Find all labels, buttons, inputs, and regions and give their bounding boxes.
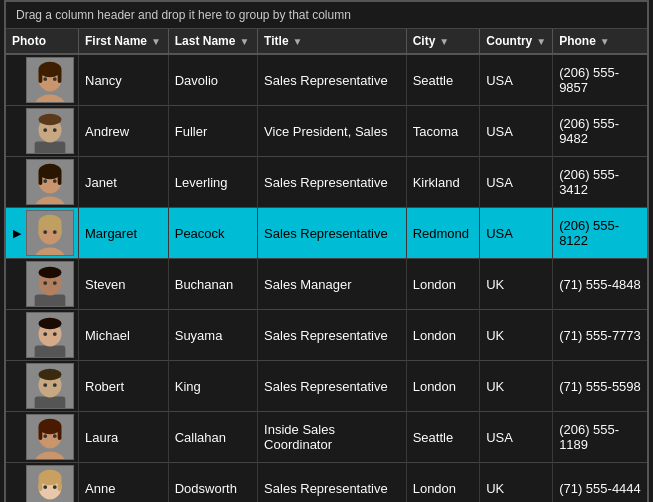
lastname-cell: Dodsworth xyxy=(168,463,257,503)
title-filter-icon[interactable]: ▼ xyxy=(293,36,303,47)
city-cell: London xyxy=(406,361,480,412)
phone-filter-icon[interactable]: ▼ xyxy=(600,36,610,47)
svg-rect-64 xyxy=(39,477,43,490)
table-row[interactable]: Michael Suyama Sales Representative Lond… xyxy=(6,310,647,361)
svg-point-67 xyxy=(53,485,57,489)
col-header-photo[interactable]: Photo xyxy=(6,29,79,54)
city-cell: Seattle xyxy=(406,54,480,106)
title-cell: Inside Sales Coordinator xyxy=(258,412,407,463)
avatar xyxy=(26,465,74,502)
photo-cell xyxy=(6,310,79,361)
lastname-cell: King xyxy=(168,361,257,412)
col-header-title[interactable]: Title ▼ xyxy=(258,29,407,54)
phone-cell: (206) 555-9482 xyxy=(553,106,647,157)
svg-rect-20 xyxy=(58,171,62,184)
avatar xyxy=(26,57,74,103)
firstname-cell: Robert xyxy=(79,361,169,412)
firstname-cell: Margaret xyxy=(79,208,169,259)
svg-point-31 xyxy=(53,230,57,234)
country-cell: UK xyxy=(480,259,553,310)
phone-cell: (71) 555-5598 xyxy=(553,361,647,412)
svg-rect-65 xyxy=(58,477,62,490)
city-cell: London xyxy=(406,259,480,310)
lastname-filter-icon[interactable]: ▼ xyxy=(239,36,249,47)
col-header-lastname[interactable]: Last Name ▼ xyxy=(168,29,257,54)
photo-cell xyxy=(6,54,79,106)
svg-rect-55 xyxy=(39,426,43,439)
title-cell: Sales Representative xyxy=(258,310,407,361)
photo-cell xyxy=(6,361,79,412)
col-header-phone[interactable]: Phone ▼ xyxy=(553,29,647,54)
avatar xyxy=(26,261,74,307)
col-header-photo-label: Photo xyxy=(12,34,46,48)
lastname-cell: Buchanan xyxy=(168,259,257,310)
avatar xyxy=(26,363,74,409)
phone-cell: (71) 555-4444 xyxy=(553,463,647,503)
svg-point-36 xyxy=(39,267,62,279)
city-cell: Seattle xyxy=(406,412,480,463)
svg-rect-4 xyxy=(39,69,43,82)
country-cell: UK xyxy=(480,361,553,412)
lastname-cell: Peacock xyxy=(168,208,257,259)
firstname-cell: Michael xyxy=(79,310,169,361)
phone-cell: (71) 555-7773 xyxy=(553,310,647,361)
table-row[interactable]: Robert King Sales Representative London … xyxy=(6,361,647,412)
city-filter-icon[interactable]: ▼ xyxy=(439,36,449,47)
col-header-city[interactable]: City ▼ xyxy=(406,29,480,54)
phone-cell: (71) 555-4848 xyxy=(553,259,647,310)
table-row[interactable]: Andrew Fuller Vice President, Sales Taco… xyxy=(6,106,647,157)
svg-rect-34 xyxy=(35,295,66,307)
avatar xyxy=(26,414,74,460)
table-row[interactable]: Laura Callahan Inside Sales Coordinator … xyxy=(6,412,647,463)
lastname-cell: Leverling xyxy=(168,157,257,208)
title-cell: Vice President, Sales xyxy=(258,106,407,157)
country-filter-icon[interactable]: ▼ xyxy=(536,36,546,47)
photo-cell xyxy=(6,157,79,208)
svg-point-49 xyxy=(43,383,47,387)
country-cell: UK xyxy=(480,310,553,361)
table-row[interactable]: Janet Leverling Sales Representative Kir… xyxy=(6,157,647,208)
avatar xyxy=(26,312,74,358)
firstname-cell: Nancy xyxy=(79,54,169,106)
col-header-firstname[interactable]: First Name ▼ xyxy=(79,29,169,54)
country-cell: USA xyxy=(480,412,553,463)
city-cell: Tacoma xyxy=(406,106,480,157)
col-header-country-label: Country xyxy=(486,34,532,48)
title-cell: Sales Representative xyxy=(258,157,407,208)
col-header-title-label: Title xyxy=(264,34,288,48)
header-row: Photo First Name ▼ Last Name ▼ xyxy=(6,29,647,54)
svg-point-66 xyxy=(43,485,47,489)
table-row[interactable]: Steven Buchanan Sales Manager London UK … xyxy=(6,259,647,310)
country-cell: USA xyxy=(480,106,553,157)
title-cell: Sales Representative xyxy=(258,361,407,412)
svg-point-48 xyxy=(39,369,62,381)
grid-container: Drag a column header and drop it here to… xyxy=(4,0,649,502)
city-cell: London xyxy=(406,463,480,503)
firstname-cell: Laura xyxy=(79,412,169,463)
table-row[interactable]: Anne Dodsworth Sales Representative Lond… xyxy=(6,463,647,503)
svg-point-13 xyxy=(43,128,47,132)
lastname-cell: Davolio xyxy=(168,54,257,106)
svg-point-44 xyxy=(53,332,57,336)
svg-point-38 xyxy=(53,281,57,285)
svg-rect-56 xyxy=(58,426,62,439)
phone-cell: (206) 555-1189 xyxy=(553,412,647,463)
firstname-cell: Anne xyxy=(79,463,169,503)
avatar xyxy=(26,159,74,205)
svg-point-22 xyxy=(53,179,57,183)
avatar xyxy=(26,108,74,154)
svg-point-6 xyxy=(43,77,47,81)
city-cell: Redmond xyxy=(406,208,480,259)
firstname-filter-icon[interactable]: ▼ xyxy=(151,36,161,47)
firstname-cell: Andrew xyxy=(79,106,169,157)
col-header-city-label: City xyxy=(413,34,436,48)
title-cell: Sales Representative xyxy=(258,463,407,503)
firstname-cell: Janet xyxy=(79,157,169,208)
drag-hint: Drag a column header and drop it here to… xyxy=(6,2,647,29)
table-row[interactable]: Nancy Davolio Sales Representative Seatt… xyxy=(6,54,647,106)
col-header-country[interactable]: Country ▼ xyxy=(480,29,553,54)
lastname-cell: Suyama xyxy=(168,310,257,361)
phone-cell: (206) 555-9857 xyxy=(553,54,647,106)
svg-point-37 xyxy=(43,281,47,285)
table-row[interactable]: ▶ Margaret Peacock Sales Representative … xyxy=(6,208,647,259)
